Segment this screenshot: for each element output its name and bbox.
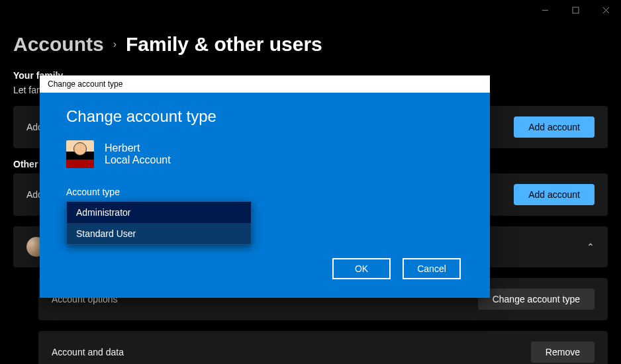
account-data-row: Account and data Remove	[38, 331, 608, 364]
maximize-icon	[572, 7, 579, 14]
dialog-heading: Change account type	[66, 107, 463, 126]
maximize-button[interactable]	[560, 1, 591, 19]
remove-button[interactable]: Remove	[531, 341, 595, 363]
close-button[interactable]	[591, 1, 621, 19]
page-title: Family & other users	[126, 33, 322, 56]
change-account-type-button[interactable]: Change account type	[478, 289, 595, 310]
breadcrumb: Accounts › Family & other users	[13, 33, 608, 56]
ok-button[interactable]: OK	[332, 258, 391, 279]
dropdown-option-standard-user[interactable]: Standard User	[67, 223, 251, 244]
add-other-button[interactable]: Add account	[514, 184, 595, 205]
dialog-titlebar: Change account type	[40, 75, 490, 93]
dialog-user-info: Herbert Local Account	[66, 140, 463, 168]
add-family-button[interactable]: Add account	[514, 116, 595, 138]
user-avatar-icon	[66, 140, 94, 168]
change-account-type-dialog: Change account type Change account type …	[40, 75, 490, 298]
minimize-icon	[542, 7, 549, 14]
dropdown-option-administrator[interactable]: Administrator	[67, 202, 251, 223]
dialog-user-name: Herbert	[105, 142, 171, 154]
svg-rect-1	[573, 7, 579, 13]
breadcrumb-parent[interactable]: Accounts	[13, 33, 104, 56]
minimize-button[interactable]	[530, 1, 560, 19]
window-titlebar	[0, 0, 621, 20]
close-icon	[602, 7, 610, 14]
account-type-field-label: Account type	[66, 187, 463, 197]
chevron-right-icon: ›	[113, 38, 117, 50]
cancel-button[interactable]: Cancel	[403, 258, 461, 279]
account-type-dropdown[interactable]: Administrator Standard User	[66, 201, 252, 245]
dialog-user-account-type: Local Account	[105, 154, 171, 166]
account-data-label: Account and data	[52, 347, 124, 357]
chevron-up-icon[interactable]: ⌃	[587, 242, 595, 252]
